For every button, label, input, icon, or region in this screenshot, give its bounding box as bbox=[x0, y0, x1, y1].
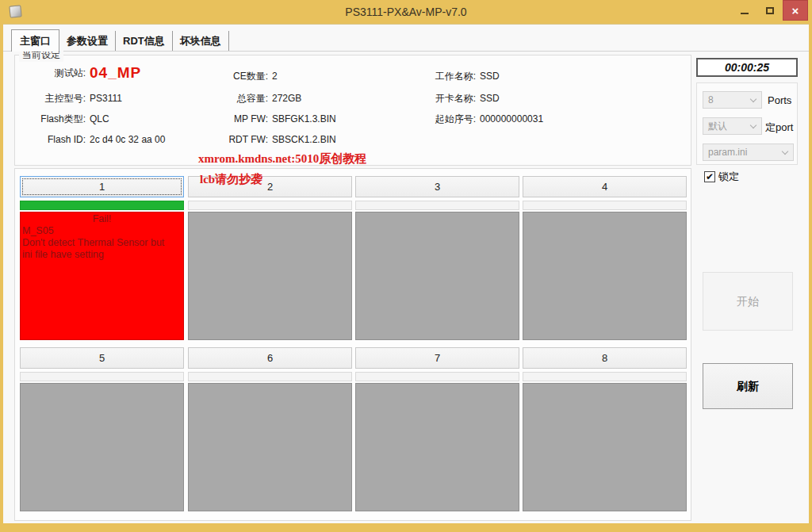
param-file-dropdown[interactable]: param.ini bbox=[703, 144, 794, 161]
field-label: RDT FW: bbox=[198, 134, 268, 145]
field-value: SSD bbox=[480, 93, 500, 104]
field-mp-fw: MP FW: SBFGK1.3.BIN bbox=[198, 112, 336, 126]
field-value: 000000000031 bbox=[480, 113, 543, 124]
field-ce-count: CE数量: 2 bbox=[198, 69, 278, 83]
slot-1-button[interactable]: 1 bbox=[20, 176, 184, 197]
slot-1-fail-title: Fail! bbox=[22, 213, 182, 225]
slot-2: 2 bbox=[188, 176, 352, 340]
field-value: 272GB bbox=[272, 93, 301, 104]
slot-5-status-panel bbox=[20, 383, 184, 511]
slot-8-button[interactable]: 8 bbox=[523, 347, 687, 369]
minimize-button[interactable] bbox=[732, 0, 757, 21]
field-label: 开卡名称: bbox=[412, 92, 476, 105]
field-label: 测试站: bbox=[16, 67, 86, 80]
chevron-down-icon bbox=[750, 96, 756, 102]
port-mode-dropdown[interactable]: 默认 bbox=[703, 117, 762, 135]
window-title: PS3111-PX&Av-MP-v7.0 bbox=[0, 0, 812, 24]
start-button[interactable]: 开始 bbox=[703, 272, 793, 331]
slot-3-button[interactable]: 3 bbox=[355, 176, 519, 197]
slot-2-status-panel bbox=[188, 212, 352, 340]
slot-6-progress-bar bbox=[188, 372, 352, 381]
field-label: 工作名称: bbox=[412, 70, 476, 83]
window-controls: × bbox=[732, 0, 808, 21]
fixed-port-label: 定port bbox=[765, 121, 793, 135]
slot-7-progress-bar bbox=[355, 372, 519, 381]
param-file-value: param.ini bbox=[708, 147, 747, 158]
watermark-line2: lcb请勿抄袭 bbox=[200, 172, 262, 187]
slot-4-button[interactable]: 4 bbox=[523, 176, 687, 197]
field-value-test-station: 04_MP bbox=[90, 64, 141, 82]
tab-rdt-info[interactable]: RDT信息 bbox=[116, 31, 173, 51]
slot-1-error-message: Don't detect Thermal Sensor but bbox=[22, 237, 182, 249]
close-button[interactable]: × bbox=[783, 0, 808, 21]
app-window: PS3111-PX&Av-MP-v7.0 × 主窗口 参数设置 RDT信息 坏块… bbox=[0, 0, 812, 532]
field-rdt-fw: RDT FW: SBSCK1.2.BIN bbox=[198, 132, 336, 147]
slot-8-progress-bar bbox=[523, 372, 687, 381]
field-label: 主控型号: bbox=[16, 92, 86, 105]
maximize-button[interactable] bbox=[757, 0, 783, 21]
slot-6: 6 bbox=[188, 347, 352, 511]
ports-count-dropdown[interactable]: 8 bbox=[703, 91, 762, 109]
slot-5-button[interactable]: 5 bbox=[20, 347, 184, 369]
slot-3: 3 bbox=[355, 176, 519, 340]
slot-2-progress-bar bbox=[188, 201, 352, 210]
slot-6-button[interactable]: 6 bbox=[188, 347, 352, 369]
slot-6-status-panel bbox=[188, 383, 352, 511]
titlebar[interactable]: PS3111-PX&Av-MP-v7.0 × bbox=[0, 0, 812, 24]
slot-7-status-panel bbox=[355, 383, 519, 511]
lock-checkbox[interactable]: ✔ bbox=[704, 171, 715, 182]
field-label: Flash类型: bbox=[16, 113, 86, 126]
field-value: SBFGK1.3.BIN bbox=[272, 113, 336, 124]
field-flash-id: Flash ID: 2c d4 0c 32 aa 00 bbox=[16, 132, 165, 147]
field-test-station: 测试站: 04_MP bbox=[16, 66, 141, 80]
ports-label: Ports bbox=[768, 94, 791, 106]
checkmark-icon: ✔ bbox=[706, 171, 714, 182]
port-mode-value: 默认 bbox=[708, 121, 727, 132]
tab-main-window[interactable]: 主窗口 bbox=[11, 29, 59, 52]
field-label: CE数量: bbox=[198, 70, 268, 83]
lock-checkbox-row: ✔ 锁定 bbox=[704, 170, 739, 184]
chevron-down-icon bbox=[750, 122, 756, 128]
close-icon: × bbox=[792, 5, 799, 17]
field-total-capacity: 总容量: 272GB bbox=[198, 91, 301, 105]
tab-parameter-settings[interactable]: 参数设置 bbox=[59, 31, 116, 51]
slots-container: 1 Fail! M_S05 Don't detect Thermal Senso… bbox=[14, 168, 691, 521]
field-card-name: 开卡名称: SSD bbox=[412, 91, 500, 105]
slot-4: 4 bbox=[523, 176, 687, 340]
field-flash-type: Flash类型: QLC bbox=[16, 112, 109, 126]
field-start-serial: 起始序号: 000000000031 bbox=[412, 112, 543, 126]
maximize-icon bbox=[766, 7, 774, 14]
slot-7-button[interactable]: 7 bbox=[355, 347, 519, 369]
slot-1: 1 Fail! M_S05 Don't detect Thermal Senso… bbox=[20, 176, 184, 340]
field-value: 2c d4 0c 32 aa 00 bbox=[90, 134, 165, 145]
field-value: SSD bbox=[480, 71, 500, 82]
field-value: QLC bbox=[90, 113, 109, 124]
elapsed-timer: 00:00:25 bbox=[696, 58, 798, 77]
field-job-name: 工作名称: SSD bbox=[412, 69, 500, 83]
minimize-icon bbox=[741, 13, 749, 14]
slot-4-progress-bar bbox=[523, 201, 687, 210]
watermark-line1: xmrom.kmdns.net:5010原创教程 bbox=[198, 151, 366, 166]
tab-bad-block-info[interactable]: 坏块信息 bbox=[173, 31, 229, 51]
field-label: MP FW: bbox=[198, 113, 268, 124]
ports-count-value: 8 bbox=[708, 94, 714, 105]
slot-3-progress-bar bbox=[355, 201, 519, 210]
field-value: PS3111 bbox=[90, 93, 122, 104]
field-value: SBSCK1.2.BIN bbox=[272, 134, 336, 145]
lock-checkbox-label: 锁定 bbox=[718, 170, 739, 184]
tab-bar: 主窗口 参数设置 RDT信息 坏块信息 bbox=[11, 31, 229, 52]
field-value: 2 bbox=[272, 71, 278, 82]
slot-1-error-code: M_S05 bbox=[22, 225, 182, 237]
slot-4-status-panel bbox=[523, 212, 687, 340]
slot-5: 5 bbox=[20, 347, 184, 511]
chevron-down-icon bbox=[782, 148, 788, 155]
window-content: 主窗口 参数设置 RDT信息 坏块信息 当前设定 测试站: 04_MP 主控型号… bbox=[3, 24, 809, 523]
slot-8-status-panel bbox=[523, 383, 687, 511]
field-controller-model: 主控型号: PS3111 bbox=[16, 91, 122, 105]
slot-5-progress-bar bbox=[20, 372, 184, 381]
slot-1-error-message2: ini file have setting bbox=[22, 249, 182, 261]
slot-7: 7 bbox=[355, 347, 519, 511]
slot-8: 8 bbox=[523, 347, 687, 511]
slot-1-progress-bar bbox=[20, 201, 184, 210]
refresh-button[interactable]: 刷新 bbox=[703, 363, 793, 409]
